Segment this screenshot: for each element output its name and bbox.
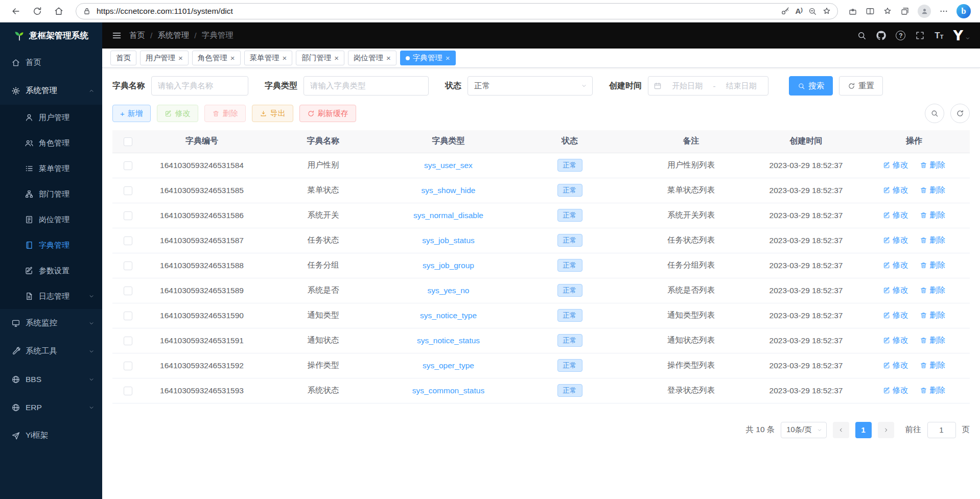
- current-page[interactable]: 1: [855, 422, 872, 438]
- zoom-out-icon[interactable]: [808, 7, 817, 16]
- collections-icon[interactable]: [900, 7, 909, 16]
- help-icon[interactable]: ?: [896, 31, 905, 40]
- tab-dict-management[interactable]: 字典管理×: [400, 51, 456, 65]
- sidebar-item-dept-management[interactable]: 部门管理: [0, 181, 102, 207]
- delete-row-button[interactable]: 删除: [920, 285, 945, 296]
- delete-row-button[interactable]: 删除: [920, 235, 945, 246]
- favorite-star-icon[interactable]: [822, 7, 831, 16]
- row-checkbox[interactable]: [124, 387, 132, 395]
- browser-refresh-button[interactable]: [29, 3, 46, 20]
- dict-type-link[interactable]: sys_job_status: [422, 236, 475, 245]
- tab-close-icon[interactable]: ×: [446, 54, 450, 62]
- split-screen-icon[interactable]: [866, 7, 875, 16]
- status-select[interactable]: 正常: [468, 76, 593, 96]
- search-button[interactable]: 搜索: [789, 76, 833, 96]
- sidebar-item-post-management[interactable]: 岗位管理: [0, 207, 102, 232]
- tab-close-icon[interactable]: ×: [283, 54, 287, 62]
- sidebar-item-home[interactable]: 首页: [0, 49, 102, 77]
- breadcrumb-home[interactable]: 首页: [129, 30, 145, 41]
- sidebar-item-param-settings[interactable]: 参数设置: [0, 258, 102, 283]
- row-checkbox[interactable]: [124, 186, 132, 195]
- sidebar-item-log-management[interactable]: 日志管理: [0, 283, 102, 309]
- delete-row-button[interactable]: 删除: [920, 310, 945, 321]
- header-search-icon[interactable]: [857, 31, 867, 40]
- edit-button[interactable]: 修改: [157, 105, 198, 122]
- edit-row-button[interactable]: 修改: [883, 235, 908, 246]
- browser-back-button[interactable]: [7, 3, 25, 20]
- tab-user-management[interactable]: 用户管理×: [140, 51, 189, 65]
- edit-row-button[interactable]: 修改: [883, 385, 908, 396]
- delete-row-button[interactable]: 删除: [920, 335, 945, 346]
- sidebar-item-system-tools[interactable]: 系统工具: [0, 337, 102, 365]
- sidebar-item-menu-management[interactable]: 菜单管理: [0, 156, 102, 181]
- url-text[interactable]: https://ccnetcore.com:1101/system/dict: [97, 7, 776, 16]
- dict-type-link[interactable]: sys_show_hide: [422, 186, 476, 195]
- delete-row-button[interactable]: 删除: [920, 360, 945, 371]
- refresh-cache-button[interactable]: 刷新缓存: [299, 105, 356, 122]
- sidebar-logo[interactable]: 意框架管理系统: [0, 22, 102, 49]
- reset-button[interactable]: 重置: [839, 76, 883, 96]
- edit-row-button[interactable]: 修改: [883, 210, 908, 221]
- sidebar-item-erp[interactable]: ERP: [0, 393, 102, 421]
- tab-home[interactable]: 首页: [110, 51, 136, 65]
- dict-type-link[interactable]: sys_notice_type: [420, 311, 477, 320]
- dict-type-link[interactable]: sys_notice_status: [417, 336, 480, 345]
- sidebar-item-dict-management[interactable]: 字典管理: [0, 232, 102, 258]
- sidebar-item-bbs[interactable]: BBS: [0, 365, 102, 393]
- user-avatar-menu[interactable]: Y: [953, 29, 971, 42]
- export-button[interactable]: 导出: [252, 105, 293, 122]
- date-range-picker[interactable]: 开始日期 - 结束日期: [648, 76, 768, 96]
- sidebar-toggle-hamburger-icon[interactable]: [111, 30, 122, 41]
- breadcrumb-system-management[interactable]: 系统管理: [157, 30, 189, 41]
- saved-password-key-icon[interactable]: [781, 7, 790, 16]
- row-checkbox[interactable]: [124, 312, 132, 320]
- toggle-search-icon-button[interactable]: [925, 104, 944, 123]
- tab-close-icon[interactable]: ×: [386, 54, 391, 62]
- delete-row-button[interactable]: 删除: [920, 260, 945, 271]
- edit-row-button[interactable]: 修改: [883, 335, 908, 346]
- sidebar-item-user-management[interactable]: 用户管理: [0, 105, 102, 130]
- tab-close-icon[interactable]: ×: [230, 54, 235, 62]
- select-all-checkbox[interactable]: [124, 137, 132, 146]
- tab-role-management[interactable]: 角色管理×: [192, 51, 241, 65]
- delete-button[interactable]: 删除: [204, 105, 246, 122]
- browser-profile-avatar[interactable]: [918, 5, 931, 18]
- goto-page-input[interactable]: [927, 422, 956, 438]
- sidebar-item-system-monitor[interactable]: 系统监控: [0, 309, 102, 337]
- favorites-bar-icon[interactable]: [883, 7, 892, 16]
- next-page-button[interactable]: [878, 422, 894, 438]
- row-checkbox[interactable]: [124, 161, 132, 170]
- edit-row-button[interactable]: 修改: [883, 360, 908, 371]
- refresh-table-icon-button[interactable]: [950, 104, 970, 123]
- delete-row-button[interactable]: 删除: [920, 210, 945, 221]
- dict-name-input[interactable]: [151, 76, 248, 96]
- edit-row-button[interactable]: 修改: [883, 185, 908, 196]
- dict-type-input[interactable]: [304, 76, 429, 96]
- dict-type-link[interactable]: sys_common_status: [412, 386, 484, 395]
- delete-row-button[interactable]: 删除: [920, 385, 945, 396]
- dict-type-link[interactable]: sys_yes_no: [428, 286, 470, 295]
- delete-row-button[interactable]: 删除: [920, 185, 945, 196]
- row-checkbox[interactable]: [124, 287, 132, 295]
- sidebar-item-yi-framework[interactable]: Yi框架: [0, 421, 102, 449]
- add-button[interactable]: + 新增: [112, 105, 151, 122]
- dict-type-link[interactable]: sys_normal_disable: [413, 211, 483, 220]
- edit-row-button[interactable]: 修改: [883, 310, 908, 321]
- github-icon[interactable]: [876, 31, 886, 40]
- extensions-icon[interactable]: [848, 7, 857, 16]
- dict-type-link[interactable]: sys_job_group: [423, 261, 474, 270]
- row-checkbox[interactable]: [124, 337, 132, 345]
- bing-copilot-icon[interactable]: b: [956, 4, 971, 18]
- edit-row-button[interactable]: 修改: [883, 285, 908, 296]
- tab-close-icon[interactable]: ×: [178, 54, 183, 62]
- tab-menu-management[interactable]: 菜单管理×: [244, 51, 293, 65]
- read-aloud-icon[interactable]: A): [795, 7, 803, 15]
- address-bar[interactable]: https://ccnetcore.com:1101/system/dict A…: [76, 3, 838, 19]
- page-size-select[interactable]: 10条/页: [781, 422, 826, 438]
- edit-row-button[interactable]: 修改: [883, 260, 908, 271]
- row-checkbox[interactable]: [124, 362, 132, 370]
- fullscreen-icon[interactable]: [915, 31, 925, 40]
- row-checkbox[interactable]: [124, 211, 132, 220]
- font-size-icon[interactable]: TT: [935, 31, 943, 40]
- delete-row-button[interactable]: 删除: [920, 160, 945, 171]
